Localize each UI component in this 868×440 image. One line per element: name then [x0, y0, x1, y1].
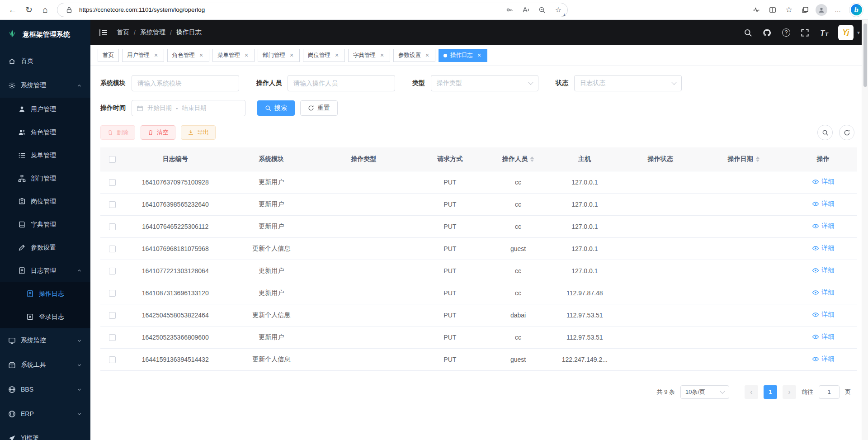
tab-close-icon[interactable]: × [334, 52, 340, 59]
sidebar-item-role-mgmt[interactable]: 角色管理 [0, 121, 90, 144]
tab-close-icon[interactable]: × [476, 52, 482, 59]
select-all-checkbox[interactable] [109, 156, 116, 163]
sidebar-item-user-mgmt[interactable]: 用户管理 [0, 98, 90, 121]
export-button[interactable]: 导出 [181, 125, 216, 140]
detail-link[interactable]: 详细 [812, 222, 834, 230]
sidebar-item-bbs[interactable]: BBS [0, 377, 90, 402]
row-checkbox[interactable] [109, 334, 116, 341]
sidebar-item-menu-mgmt[interactable]: 菜单管理 [0, 144, 90, 167]
module-input[interactable] [132, 75, 239, 91]
detail-link[interactable]: 详细 [812, 200, 834, 208]
detail-link[interactable]: 详细 [812, 266, 834, 274]
clear-button[interactable]: 清空 [141, 125, 175, 140]
row-checkbox[interactable] [109, 223, 116, 230]
address-bar[interactable]: https://ccnetcore.com:1101/system/log/op… [57, 3, 568, 17]
search-button[interactable]: 搜索 [257, 100, 295, 116]
row-checkbox[interactable] [109, 179, 116, 186]
operator-input[interactable] [288, 75, 395, 91]
table-row: 1641076968181075968 更新个人信息 PUT guest 127… [100, 237, 857, 260]
status-select[interactable]: 日志状态 [574, 75, 682, 91]
sidebar-item-monitor[interactable]: 系统监控 [0, 328, 90, 353]
detail-link[interactable]: 详细 [812, 178, 834, 186]
refresh-table-icon[interactable] [839, 125, 854, 140]
tab-role-mgmt[interactable]: 角色管理× [167, 49, 209, 62]
password-key-icon[interactable] [503, 4, 516, 16]
tab-close-icon[interactable]: × [424, 52, 430, 59]
copilot-icon[interactable]: b [849, 3, 863, 17]
sidebar-item-log-mgmt[interactable]: 日志管理 [0, 259, 90, 282]
row-checkbox[interactable] [109, 356, 116, 363]
profile-avatar[interactable] [814, 2, 829, 18]
chevron-down-icon [671, 80, 676, 85]
collections-icon[interactable] [797, 2, 813, 18]
tab-close-icon[interactable]: × [153, 52, 159, 59]
sidebar-item-tools[interactable]: 系统工具 [0, 353, 90, 377]
detail-link[interactable]: 详细 [812, 289, 834, 297]
home-button[interactable]: ⌂ [37, 2, 53, 18]
header-operator[interactable]: 操作人员 [489, 147, 547, 171]
page-size-select[interactable]: 10条/页 [680, 385, 729, 399]
font-size-icon[interactable] [819, 28, 829, 38]
help-icon[interactable]: ? [781, 28, 791, 38]
sidebar-item-param-settings[interactable]: 参数设置 [0, 236, 90, 259]
tab-operation-log[interactable]: 操作日志× [439, 49, 487, 62]
detail-link[interactable]: 详细 [812, 311, 834, 319]
tab-user-mgmt[interactable]: 用户管理× [122, 49, 164, 62]
browser-essentials-icon[interactable] [749, 2, 764, 18]
detail-link[interactable]: 详细 [812, 333, 834, 341]
tab-home[interactable]: 首页 [98, 49, 119, 62]
row-checkbox[interactable] [109, 246, 116, 252]
tab-close-icon[interactable]: × [379, 52, 385, 59]
sidebar-item-system[interactable]: 系统管理 [0, 73, 90, 98]
date-range-picker[interactable]: 开始日期 - 结束日期 [132, 100, 245, 116]
reload-button[interactable]: ↻ [21, 2, 37, 18]
breadcrumb-system[interactable]: 系统管理 [140, 28, 165, 37]
sidebar-toggle-icon[interactable] [99, 28, 108, 38]
detail-link[interactable]: 详细 [812, 244, 834, 252]
tab-post-mgmt[interactable]: 岗位管理× [303, 49, 345, 62]
tab-close-icon[interactable]: × [243, 52, 250, 59]
sidebar-item-operation-log[interactable]: 操作日志 [0, 282, 90, 305]
sidebar-item-dept-mgmt[interactable]: 部门管理 [0, 167, 90, 190]
row-checkbox[interactable] [109, 312, 116, 319]
row-checkbox[interactable] [109, 201, 116, 208]
delete-button[interactable]: 删除 [100, 125, 135, 140]
tab-dept-mgmt[interactable]: 部门管理× [258, 49, 300, 62]
tab-close-icon[interactable]: × [288, 52, 295, 59]
back-button[interactable]: ← [5, 2, 21, 18]
toggle-search-icon[interactable] [817, 125, 833, 140]
next-page-button[interactable]: › [783, 385, 796, 399]
sidebar-item-post-mgmt[interactable]: 岗位管理 [0, 190, 90, 213]
row-checkbox[interactable] [109, 290, 116, 297]
favorites-bar-icon[interactable]: ☆ [781, 2, 797, 18]
add-favorite-icon[interactable]: ☆ + [552, 4, 565, 16]
breadcrumb-home[interactable]: 首页 [117, 28, 129, 37]
more-menu-icon[interactable]: … [830, 2, 845, 18]
sidebar-item-erp[interactable]: ERP [0, 402, 90, 426]
search-icon[interactable] [743, 28, 753, 38]
fullscreen-icon[interactable] [800, 28, 810, 38]
tab-param-settings[interactable]: 参数设置× [393, 49, 435, 62]
goto-page-input[interactable] [819, 385, 840, 399]
split-screen-icon[interactable] [765, 2, 780, 18]
tab-menu-mgmt[interactable]: 菜单管理× [212, 49, 255, 62]
header-date[interactable]: 操作日期 [698, 147, 789, 171]
read-aloud-icon[interactable] [519, 4, 532, 16]
user-avatar[interactable]: Yj [838, 25, 854, 40]
sidebar-item-login-log[interactable]: 登录日志 [0, 305, 90, 328]
avatar-caret-icon[interactable]: ▾ [857, 29, 860, 36]
scrollbar-thumb[interactable] [863, 24, 867, 87]
sidebar-item-yi-framework[interactable]: Yi框架 [0, 426, 90, 440]
prev-page-button[interactable]: ‹ [745, 385, 758, 399]
github-icon[interactable] [762, 28, 772, 38]
row-checkbox[interactable] [109, 268, 116, 274]
sidebar-item-home[interactable]: 首页 [0, 49, 90, 73]
type-select[interactable]: 操作类型 [431, 75, 538, 91]
sidebar-item-dict-mgmt[interactable]: 字典管理 [0, 213, 90, 236]
tab-dict-mgmt[interactable]: 字典管理× [348, 49, 390, 62]
tab-close-icon[interactable]: × [198, 52, 204, 59]
reset-button[interactable]: 重置 [300, 100, 338, 116]
detail-link[interactable]: 详细 [812, 355, 834, 363]
zoom-icon[interactable] [536, 4, 548, 16]
current-page-button[interactable]: 1 [764, 385, 777, 399]
